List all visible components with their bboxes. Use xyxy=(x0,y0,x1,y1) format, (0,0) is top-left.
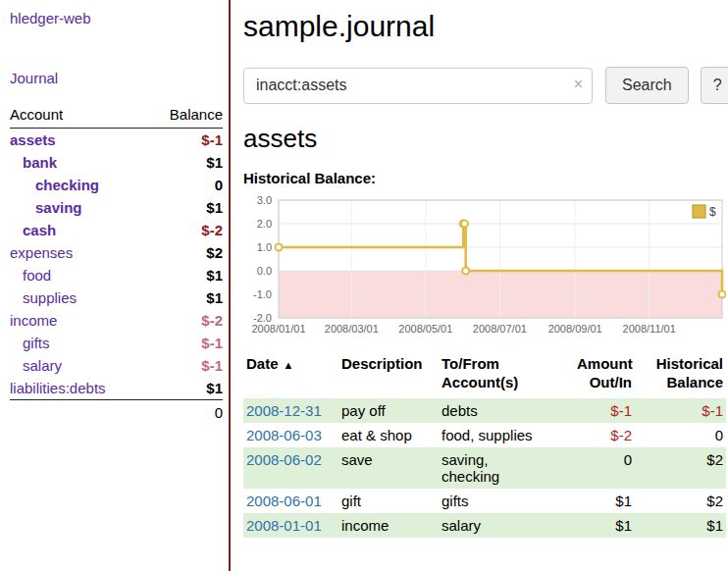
amount-header-line1: Amount xyxy=(577,355,633,372)
txn-historical-balance: $1 xyxy=(635,513,726,538)
account-link-salary[interactable]: salary xyxy=(10,357,62,374)
accounts-header-row: Account Balance xyxy=(10,104,223,129)
sort-ascending-icon: ▲ xyxy=(284,359,294,371)
txn-historical-balance: $2 xyxy=(635,489,726,513)
txn-amount: 0 xyxy=(574,447,635,489)
account-row: bank$1 xyxy=(10,151,223,174)
account-link-bank[interactable]: bank xyxy=(10,154,57,171)
txn-amount: $-2 xyxy=(574,423,635,447)
account-link-cash[interactable]: cash xyxy=(10,222,56,238)
txn-date-link[interactable]: 2008-06-01 xyxy=(246,493,322,509)
help-button[interactable]: ? xyxy=(701,67,728,104)
txn-date-link[interactable]: 2008-12-31 xyxy=(246,402,322,419)
accounts-total-value: 0 xyxy=(146,400,223,425)
account-balance: $2 xyxy=(146,241,223,264)
search-input[interactable] xyxy=(243,68,593,104)
account-link-gifts[interactable]: gifts xyxy=(10,335,50,351)
y-tick-label: 1.0 xyxy=(257,241,272,253)
account-link-liabilities-debts[interactable]: liabilities:debts xyxy=(10,380,106,396)
txn-accounts: salary xyxy=(439,513,574,538)
txn-amount: $-1 xyxy=(574,398,635,423)
transactions-body: 2008-12-31pay offdebts$-1$-12008-06-03ea… xyxy=(243,398,726,538)
account-row: income$-2 xyxy=(10,309,223,332)
col-header-description: Description xyxy=(338,353,439,398)
account-name-cell: food xyxy=(10,264,146,286)
legend-swatch xyxy=(693,205,705,218)
col-header-date[interactable]: Date▲ xyxy=(243,353,338,398)
app-title-link[interactable]: hledger-web xyxy=(10,10,223,26)
account-row: gifts$-1 xyxy=(10,332,223,354)
search-bar: × Search ? xyxy=(243,67,728,104)
data-point-marker xyxy=(461,221,468,228)
sidebar: hledger-web Journal Account Balance asse… xyxy=(0,0,229,571)
account-balance: $-1 xyxy=(146,354,223,377)
accounts-table: Account Balance assets$-1bank$1checking0… xyxy=(10,104,223,424)
account-link-assets[interactable]: assets xyxy=(10,131,56,148)
y-tick-label: 2.0 xyxy=(257,218,272,230)
x-tick-label: 2008/01/01 xyxy=(251,323,305,335)
sidebar-item-journal[interactable]: Journal xyxy=(10,70,223,86)
account-balance: $-2 xyxy=(146,309,223,332)
account-row: salary$-1 xyxy=(10,354,223,377)
txn-date-cell: 2008-06-01 xyxy=(243,489,338,513)
account-row: cash$-2 xyxy=(10,219,223,241)
txn-date-link[interactable]: 2008-06-02 xyxy=(246,451,322,468)
txn-date-cell: 2008-01-01 xyxy=(243,513,338,538)
txn-accounts: gifts xyxy=(439,489,574,513)
txn-description: income xyxy=(338,513,439,538)
txn-amount: $1 xyxy=(574,513,635,538)
account-balance: $1 xyxy=(146,286,223,309)
txn-date-link[interactable]: 2008-06-03 xyxy=(246,427,322,443)
account-row: supplies$1 xyxy=(10,286,223,309)
txn-accounts: saving, checking xyxy=(439,447,574,489)
accounts-header-balance: Balance xyxy=(146,104,223,129)
account-name-cell: cash xyxy=(10,219,146,241)
account-link-saving[interactable]: saving xyxy=(10,199,82,216)
account-row: food$1 xyxy=(10,264,223,286)
balance-chart: 3.02.01.00.0-1.0-2.02008/01/012008/03/01… xyxy=(243,192,726,339)
data-point-marker xyxy=(719,291,726,298)
account-link-checking[interactable]: checking xyxy=(10,177,99,193)
transaction-row: 2008-06-02savesaving, checking0$2 xyxy=(243,447,726,489)
account-link-food[interactable]: food xyxy=(10,267,51,284)
account-row: liabilities:debts$1 xyxy=(10,377,223,400)
transaction-row: 2008-12-31pay offdebts$-1$-1 xyxy=(243,398,726,423)
historical-header-line2: Balance xyxy=(666,374,723,390)
clear-search-icon[interactable]: × xyxy=(574,76,583,93)
main-content: sample.journal × Search ? assets Histori… xyxy=(231,0,728,571)
account-row: assets$-1 xyxy=(10,129,223,152)
account-balance: $1 xyxy=(146,264,223,286)
search-button[interactable]: Search xyxy=(605,67,689,104)
txn-date-cell: 2008-12-31 xyxy=(243,398,338,423)
account-link-supplies[interactable]: supplies xyxy=(10,289,77,306)
chart-title: Historical Balance: xyxy=(243,170,728,186)
txn-description: pay off xyxy=(338,398,439,423)
col-header-amount: Amount Out/In xyxy=(574,353,635,398)
account-name-cell: income xyxy=(10,309,146,332)
transactions-header-row: Date▲ Description To/From Account(s) Amo… xyxy=(243,353,726,398)
y-tick-label: -1.0 xyxy=(253,288,272,300)
account-balance: $1 xyxy=(146,196,223,219)
x-tick-label: 2008/05/01 xyxy=(398,323,452,335)
transaction-row: 2008-06-01giftgifts$1$2 xyxy=(243,489,726,513)
account-balance: $-1 xyxy=(146,129,223,152)
account-row: checking0 xyxy=(10,174,223,196)
amount-header-line2: Out/In xyxy=(590,374,632,390)
txn-date-link[interactable]: 2008-01-01 xyxy=(246,517,322,534)
account-link-expenses[interactable]: expenses xyxy=(10,244,73,261)
account-link-income[interactable]: income xyxy=(10,312,57,329)
tofrom-header-line2: Account(s) xyxy=(442,374,518,390)
account-row: saving$1 xyxy=(10,196,223,219)
account-name-cell: saving xyxy=(10,196,146,219)
accounts-body: assets$-1bank$1checking0saving$1cash$-2e… xyxy=(10,129,223,400)
txn-accounts: food, supplies xyxy=(439,423,574,447)
txn-description: gift xyxy=(338,489,439,513)
account-name-cell: supplies xyxy=(10,286,146,309)
x-tick-label: 2008/07/01 xyxy=(473,323,527,335)
app: hledger-web Journal Account Balance asse… xyxy=(0,0,728,571)
legend-label: $ xyxy=(709,205,716,219)
account-heading: assets xyxy=(243,124,728,154)
x-tick-label: 2008/03/01 xyxy=(325,323,379,335)
accounts-total-spacer xyxy=(10,400,146,425)
transaction-row: 2008-01-01incomesalary$1$1 xyxy=(243,513,726,538)
